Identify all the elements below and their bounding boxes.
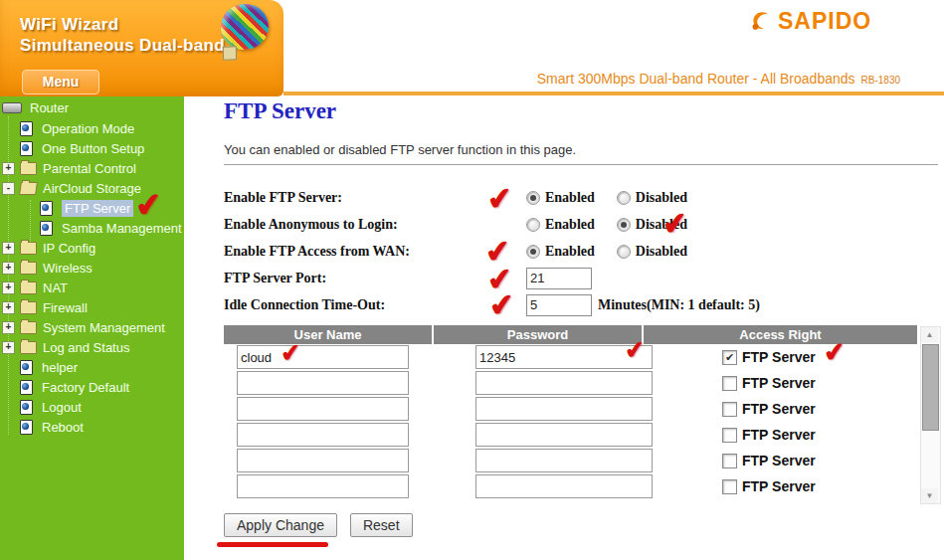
expand-plus-icon[interactable]: + [2, 341, 15, 354]
folder-icon [20, 242, 37, 255]
table-row: FTP Server [224, 370, 917, 396]
password-input[interactable] [475, 345, 653, 369]
scroll-down-icon[interactable]: ▼ [921, 488, 938, 503]
balloon-logo-icon [216, 0, 274, 55]
apply-change-button[interactable]: Apply Change [224, 513, 337, 537]
page-globe-icon [20, 121, 33, 136]
product-tagline: Smart 300Mbps Dual-band Router - All Bro… [537, 71, 900, 87]
sidebar-item-ip-config[interactable]: + IP Config [0, 238, 184, 258]
sidebar-item-parental-control[interactable]: + Parental Control [0, 158, 184, 178]
idle-timeout-input[interactable] [526, 294, 592, 316]
header-brand-panel: WiFi Wizard Simultaneous Dual-band Menu [0, 0, 283, 96]
timeout-hint: Minutes(MIN: 1 default: 5) [598, 297, 760, 313]
scrollbar-thumb[interactable] [922, 344, 939, 431]
access-right-column-header: Access Right [644, 325, 917, 344]
expand-plus-icon[interactable]: + [2, 262, 15, 275]
brand-line1: WiFi Wizard [20, 14, 225, 35]
wan-disabled-radio[interactable] [617, 245, 631, 259]
ftp-port-input[interactable] [526, 268, 592, 289]
username-input[interactable] [237, 345, 409, 369]
expand-plus-icon[interactable]: + [2, 281, 15, 294]
radio-label: Enabled [545, 244, 595, 260]
ftp-disabled-radio[interactable] [617, 191, 631, 205]
menu-button[interactable]: Menu [22, 70, 99, 94]
ftp-access-checkbox[interactable] [722, 428, 737, 443]
sidebar-item-log-and-status[interactable]: + Log and Status [0, 337, 184, 357]
sidebar-item-system-management[interactable]: + System Management [0, 317, 184, 337]
sidebar-item-samba-management[interactable]: Samba Management [0, 218, 184, 238]
sidebar-item-firewall[interactable]: + Firewall [0, 297, 184, 317]
folder-icon [20, 162, 37, 175]
field-label: Enable FTP Server: [224, 190, 484, 206]
sidebar-item-helper[interactable]: helper [0, 357, 184, 377]
field-label: Idle Connection Time-Out: [224, 297, 484, 313]
field-label: Enable Anonymous to Login: [224, 217, 484, 233]
tagline-text: Smart 300Mbps Dual-band Router - All Bro… [537, 71, 855, 87]
ftp-access-checkbox[interactable]: ✔ [722, 350, 737, 365]
username-input[interactable] [237, 423, 409, 447]
username-input[interactable] [237, 371, 409, 395]
page-globe-icon [20, 380, 33, 395]
password-input[interactable] [475, 423, 653, 447]
expand-plus-icon[interactable]: + [2, 301, 15, 314]
brand-line2: Simultaneous Dual-band [20, 35, 225, 56]
password-input[interactable] [475, 371, 653, 395]
sidebar-item-factory-default[interactable]: Factory Default [0, 377, 184, 397]
checkbox-label: FTP Server [742, 478, 816, 494]
sidebar-item-wireless[interactable]: + Wireless [0, 258, 184, 278]
sidebar-item-operation-mode[interactable]: Operation Mode [0, 118, 184, 138]
anonymous-login-row: Enable Anonymous to Login: Enabled Disab… [184, 211, 940, 238]
sapido-logo-text: SAPIDO [778, 8, 871, 35]
ftp-access-checkbox[interactable] [722, 479, 737, 494]
username-input[interactable] [237, 397, 409, 421]
sidebar-item-ftp-server[interactable]: FTP Server [0, 198, 184, 218]
ftp-port-row: FTP Server Port: [184, 265, 940, 291]
page-description: You can enabled or disabled FTP server f… [224, 142, 576, 157]
table-row: FTP Server [224, 473, 917, 499]
expand-plus-icon[interactable]: + [2, 162, 15, 175]
username-input[interactable] [237, 474, 409, 498]
sidebar-item-one-button-setup[interactable]: One Button Setup [0, 138, 184, 158]
sidebar-nav: Router Operation Mode One Button Setup +… [0, 96, 184, 560]
vertical-scrollbar[interactable]: ▲ ▼ [920, 326, 941, 504]
folder-icon [20, 321, 37, 334]
password-input[interactable] [475, 397, 653, 421]
sidebar-item-aircloud-storage[interactable]: - AirCloud Storage [0, 178, 184, 198]
sidebar-item-reboot[interactable]: Reboot [0, 417, 184, 437]
radio-label: Disabled [636, 217, 687, 233]
checkbox-check-icon: ✔ [725, 351, 734, 364]
ftp-enabled-radio[interactable] [526, 191, 540, 205]
radio-label: Enabled [545, 217, 595, 233]
password-input[interactable] [475, 449, 653, 472]
username-input[interactable] [237, 449, 409, 472]
field-label: Enable FTP Access from WAN: [224, 244, 484, 260]
table-row: FTP Server [224, 396, 917, 422]
table-header-row: User Name Password Access Right [224, 325, 917, 344]
sapido-logo: SAPIDO [748, 8, 871, 35]
radio-label: Disabled [636, 190, 687, 206]
expand-plus-icon[interactable]: + [2, 242, 15, 255]
ftp-access-checkbox[interactable] [722, 454, 737, 468]
anonymous-disabled-radio[interactable] [617, 218, 631, 232]
wan-enabled-radio[interactable] [526, 245, 540, 259]
sidebar-item-logout[interactable]: Logout [0, 397, 184, 417]
collapse-minus-icon[interactable]: - [2, 182, 15, 195]
reset-button[interactable]: Reset [350, 513, 413, 537]
ftp-settings-form: Enable FTP Server: Enabled Disabled Enab… [184, 184, 940, 318]
form-buttons: Apply Change Reset [224, 513, 413, 537]
scroll-up-icon[interactable]: ▲ [921, 327, 938, 342]
username-column-header: User Name [224, 325, 432, 344]
sidebar-item-router[interactable]: Router [0, 96, 184, 118]
field-label: FTP Server Port: [224, 271, 484, 286]
folder-icon [20, 262, 37, 275]
ftp-access-checkbox[interactable] [722, 402, 737, 417]
expand-plus-icon[interactable]: + [2, 321, 15, 334]
ftp-access-checkbox[interactable] [722, 376, 737, 391]
sidebar-item-nat[interactable]: + NAT [0, 278, 184, 297]
password-column-header: Password [434, 325, 642, 344]
wan-access-row: Enable FTP Access from WAN: Enabled Disa… [184, 238, 940, 265]
anonymous-enabled-radio[interactable] [526, 218, 540, 232]
checkbox-label: FTP Server [742, 453, 816, 468]
password-input[interactable] [475, 474, 653, 498]
model-number: RB-1830 [861, 75, 900, 86]
